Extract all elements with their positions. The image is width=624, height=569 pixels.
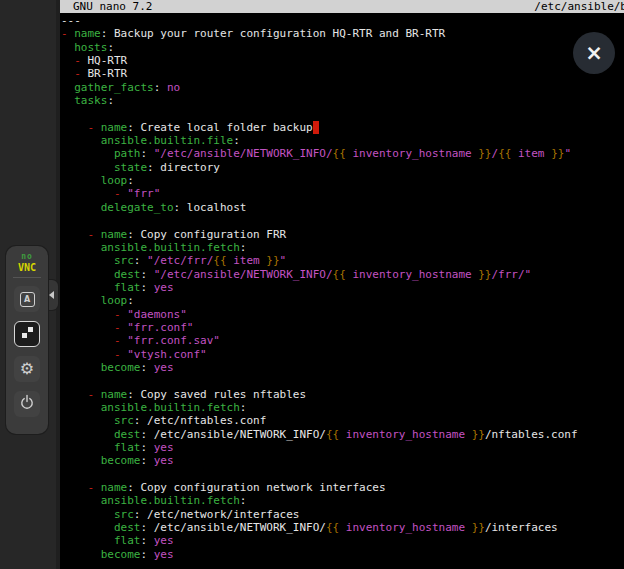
terminal-line: dest: "/etc/ansible/NETWORK_INFO/{{ inve… — [61, 268, 624, 281]
close-icon: × — [585, 43, 603, 64]
terminal-line: - "daemons" — [61, 308, 624, 321]
novnc-logo-no: no — [18, 251, 36, 262]
terminal-line — [61, 214, 624, 227]
terminal-line: hosts: — [61, 41, 624, 54]
terminal-window: GNU nano 7.2 /etc/ansible/b ---- name: B… — [60, 0, 624, 569]
terminal-line: - HQ-RTR — [61, 54, 624, 67]
gear-icon: ⚙ — [20, 361, 34, 377]
terminal-line: - name: Backup your router configuration… — [61, 27, 624, 40]
terminal-line: flat: yes — [61, 441, 624, 454]
terminal-line: - "frr" — [61, 187, 624, 200]
terminal-line: path: "/etc/ansible/NETWORK_INFO/{{ inve… — [61, 147, 624, 160]
nano-app-title: GNU nano 7.2 — [73, 0, 152, 13]
terminal-line: - name: Create local folder backup — [61, 121, 624, 134]
terminal-line: --- — [61, 14, 624, 27]
novnc-logo-vnc: VNC — [18, 262, 36, 273]
terminal-line — [61, 468, 624, 481]
terminal-line: state: directory — [61, 161, 624, 174]
terminal-line: - name: Copy configuration FRR — [61, 228, 624, 241]
settings-button[interactable]: ⚙ — [14, 356, 40, 382]
terminal-line: gather_facts: no — [61, 81, 624, 94]
editor-content[interactable]: ---- name: Backup your router configurat… — [61, 14, 624, 569]
terminal-line: ansible.builtin.fetch: — [61, 401, 624, 414]
terminal-line: src: /etc/network/interfaces — [61, 508, 624, 521]
terminal-line: flat: yes — [61, 534, 624, 547]
terminal-line: dest: /etc/ansible/NETWORK_INFO/{{ inven… — [61, 521, 624, 534]
terminal-line: - "frr.conf" — [61, 321, 624, 334]
terminal-line: become: yes — [61, 548, 624, 561]
terminal-line: ansible.builtin.fetch: — [61, 494, 624, 507]
terminal-line: src: /etc/nftables.conf — [61, 414, 624, 427]
nano-file-path: /etc/ansible/b — [534, 0, 624, 13]
terminal-line: - "frr.conf.sav" — [61, 334, 624, 347]
terminal-line: become: yes — [61, 454, 624, 467]
terminal-line: - "vtysh.conf" — [61, 348, 624, 361]
terminal-line: - name: Copy saved rules nftables — [61, 388, 624, 401]
terminal-line: delegate_to: localhost — [61, 201, 624, 214]
terminal-line: - name: Copy configuration network inter… — [61, 481, 624, 494]
terminal-line: loop: — [61, 174, 624, 187]
fullscreen-icon — [20, 325, 35, 344]
control-bar-divider — [13, 277, 41, 278]
text-cursor — [313, 121, 320, 134]
terminal-line: src: "/etc/frr/{{ item }}" — [61, 254, 624, 267]
novnc-logo: no VNC — [18, 246, 36, 273]
terminal-line — [61, 107, 624, 120]
clipboard-a-icon: A — [20, 292, 35, 307]
terminal-line — [61, 374, 624, 387]
terminal-line: dest: /etc/ansible/NETWORK_INFO/{{ inven… — [61, 428, 624, 441]
fullscreen-button[interactable] — [14, 321, 40, 347]
terminal-line: loop: — [61, 294, 624, 307]
nano-titlebar: GNU nano 7.2 /etc/ansible/b — [60, 0, 624, 13]
terminal-line: become: yes — [61, 361, 624, 374]
close-button[interactable]: × — [573, 32, 615, 74]
terminal-line: tasks: — [61, 94, 624, 107]
terminal-line: ansible.builtin.file: — [61, 134, 624, 147]
novnc-control-bar: no VNC A ⚙ — [6, 246, 48, 434]
terminal-line: - BR-RTR — [61, 67, 624, 80]
terminal-line: flat: yes — [61, 281, 624, 294]
collapse-arrow-icon — [49, 291, 54, 299]
clipboard-button[interactable]: A — [14, 286, 40, 312]
terminal-line: ansible.builtin.fetch: — [61, 241, 624, 254]
novnc-sidebar: no VNC A ⚙ — [0, 0, 60, 569]
power-icon — [19, 394, 35, 414]
power-button[interactable] — [14, 391, 40, 417]
